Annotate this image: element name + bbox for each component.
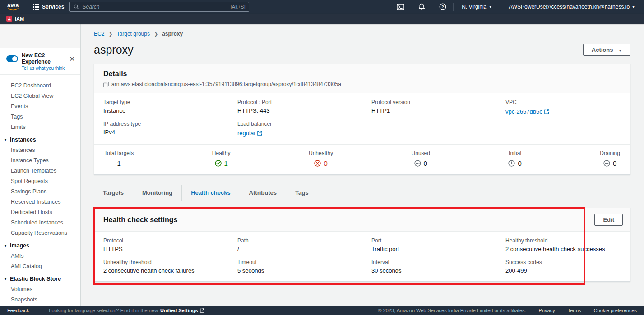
tab-tags[interactable]: Tags [286,185,317,201]
stat-value: 0 [424,160,427,167]
tell-us-link[interactable]: Tell us what you think [22,66,75,71]
edit-button[interactable]: Edit [594,214,623,226]
field-value: Instance [103,107,219,114]
sidebar-item-volumes[interactable]: Volumes [0,286,80,293]
sidebar-section-images[interactable]: ▼ Images [0,242,80,249]
load-balancer-link[interactable]: regular [237,130,262,137]
help-icon[interactable]: ? [437,1,449,12]
sidebar-top-strip [0,24,80,48]
divider [411,3,411,11]
divider [28,3,28,11]
actions-button[interactable]: Actions ▼ [583,44,630,56]
sidebar-item-ec2-global-view[interactable]: EC2 Global View [0,92,80,100]
new-experience-toggle[interactable] [6,55,18,62]
region-selector[interactable]: N. Virginia ▼ [458,4,496,10]
services-grid-icon [33,4,39,10]
field-target-type: Target type Instance [103,99,219,114]
field-label: Unhealthy threshold [103,259,219,265]
sidebar-item-ec2-dashboard[interactable]: EC2 Dashboard [0,82,80,90]
sidebar: New EC2 Experience ✕ Tell us what you th… [0,24,81,306]
details-card-header: Details arn:aws:elasticloadbalancing:us-… [94,64,630,93]
sidebar-item-instances[interactable]: Instances [0,146,80,154]
sidebar-item-instance-types[interactable]: Instance Types [0,157,80,164]
target-group-arn: arn:aws:elasticloadbalancing:us-east-1:3… [111,81,341,87]
stat-initial: Initial 0 [508,150,521,167]
sidebar-item-snapshots[interactable]: Snapshots [0,296,80,304]
sidebar-item-ami-catalog[interactable]: AMI Catalog [0,263,80,270]
field-protocol: Protocol HTTPS [103,237,219,252]
stat-value: 0 [613,160,616,167]
footer-right-group: © 2023, Amazon Web Services India Privat… [378,308,637,313]
aws-smile-icon [8,8,19,11]
arn-row: arn:aws:elasticloadbalancing:us-east-1:3… [103,81,621,87]
language-hint-text: Looking for language selection? Find it … [49,308,158,313]
health-check-column-4: Healthy threshold 2 consecutive health c… [496,232,630,281]
copyright-text: © 2023, Amazon Web Services India Privat… [378,308,526,313]
sidebar-item-scheduled-instances[interactable]: Scheduled Instances [0,219,80,227]
breadcrumb-ec2[interactable]: EC2 [94,31,104,37]
field-value: HTTPS: 443 [237,107,353,114]
stat-unhealthy: Unhealthy 0 [309,150,333,167]
sidebar-item-dedicated-hosts[interactable]: Dedicated Hosts [0,209,80,216]
field-interval: Interval 30 seconds [371,259,487,274]
account-menu[interactable]: AWSPowerUserAccess/navaneeth.kn@harness.… [505,4,639,10]
feedback-link[interactable]: Feedback [7,308,29,313]
field-healthy-threshold: Healthy threshold 2 consecutive health c… [505,237,621,252]
sidebar-item-events[interactable]: Events [0,103,80,110]
sidebar-item-reserved-instances[interactable]: Reserved Instances [0,198,80,206]
services-menu[interactable]: Services [33,4,64,10]
field-value: 2 consecutive health check successes [505,246,621,252]
details-column-2: Protocol : Port HTTPS: 443 Load balancer… [228,93,362,144]
details-grid: Target type Instance IP address type IPv… [94,93,630,144]
cookie-preferences-link[interactable]: Cookie preferences [594,308,637,313]
field-value: / [237,246,353,252]
unhealthy-x-icon [314,160,321,167]
health-check-grid: Protocol HTTPS Unhealthy threshold 2 con… [94,232,630,281]
tab-targets[interactable]: Targets [94,185,133,201]
field-value: HTTP1 [371,107,487,114]
sidebar-item-amis[interactable]: AMIs [0,252,80,260]
search-input[interactable] [82,4,230,10]
copy-icon[interactable] [103,82,109,87]
stat-total-targets: Total targets 1 [104,150,134,167]
sidebar-item-savings-plans[interactable]: Savings Plans [0,188,80,196]
breadcrumb-target-groups[interactable]: Target groups [117,31,150,37]
privacy-link[interactable]: Privacy [539,308,555,313]
sidebar-item-limits[interactable]: Limits [0,123,80,131]
field-success-codes: Success codes 200-499 [505,259,621,274]
aws-logo[interactable]: aws [7,3,19,11]
chevron-down-icon: ▼ [4,138,7,142]
details-column-1: Target type Instance IP address type IPv… [94,93,228,144]
field-label: Target type [103,99,219,105]
field-label: Success codes [505,259,621,265]
field-value: IPv4 [103,129,219,136]
sidebar-item-tags[interactable]: Tags [0,113,80,121]
stat-label: Unused [412,150,430,156]
unified-settings-link[interactable]: Unified Settings [160,308,204,313]
top-navigation-bar: aws Services [Alt+S] ? [0,0,644,14]
notifications-bell-icon[interactable] [416,1,427,12]
cloudshell-icon[interactable] [394,1,406,12]
stat-label: Initial [508,150,521,156]
field-label: Healthy threshold [505,237,621,244]
sidebar-item-spot-requests[interactable]: Spot Requests [0,178,80,185]
link-label: vpc-2657db5c [505,108,542,115]
field-protocol-version: Protocol version HTTP1 [371,99,487,114]
global-search[interactable]: [Alt+S] [69,2,249,12]
favorite-iam-link[interactable]: IAM [6,16,24,22]
chevron-down-icon: ▼ [632,5,635,9]
tab-monitoring[interactable]: Monitoring [133,185,181,201]
sidebar-nav: EC2 Dashboard EC2 Global View Events Tag… [0,75,80,306]
external-link-icon [200,308,204,313]
close-icon[interactable]: ✕ [69,55,75,62]
terms-link[interactable]: Terms [568,308,581,313]
vpc-link[interactable]: vpc-2657db5c [505,108,549,115]
field-load-balancer: Load balancer regular [237,121,353,137]
sidebar-item-capacity-reservations[interactable]: Capacity Reservations [0,229,80,237]
sidebar-section-elastic-block-store[interactable]: ▼ Elastic Block Store [0,276,80,282]
tab-attributes[interactable]: Attributes [240,185,286,201]
tab-health-checks[interactable]: Health checks [181,185,239,201]
field-path: Path / [237,237,353,252]
sidebar-item-launch-templates[interactable]: Launch Templates [0,167,80,175]
sidebar-section-instances[interactable]: ▼ Instances [0,137,80,143]
